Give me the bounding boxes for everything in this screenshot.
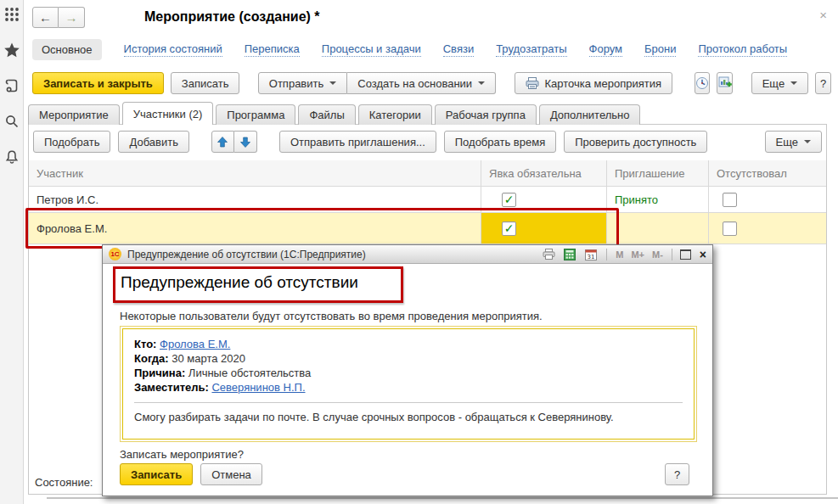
tab-working-group[interactable]: Рабочая группа xyxy=(435,104,537,125)
note-divider xyxy=(134,402,683,403)
memory-m-plus-button[interactable]: M+ xyxy=(630,249,645,260)
dialog-buttons: Записать Отмена xyxy=(120,463,262,485)
calendar-icon[interactable]: 31 xyxy=(583,248,599,261)
col-header-attendance[interactable]: Явка обязательна xyxy=(481,160,606,186)
deputy-link[interactable]: Северянинов Н.П. xyxy=(211,381,305,394)
tab-additional[interactable]: Дополнительно xyxy=(539,104,641,125)
send-invitations-button[interactable]: Отправить приглашения... xyxy=(279,131,436,153)
save-and-close-button[interactable]: Записать и закрыть xyxy=(32,72,164,94)
nav-item-work-protocol[interactable]: Протокол работы xyxy=(698,42,787,57)
dialog-heading: Предупреждение об отсутствии xyxy=(121,273,358,292)
participant-name: Фролова Е.М. xyxy=(29,213,481,244)
attendance-checkbox[interactable]: ✓ xyxy=(502,221,516,236)
tab-files[interactable]: Файлы xyxy=(298,104,355,125)
1c-app-icon: 1С xyxy=(109,248,121,260)
history-icon[interactable] xyxy=(3,77,20,94)
chevron-down-icon xyxy=(804,140,811,143)
calendar-day-number: 31 xyxy=(588,253,595,260)
pick-participants-button[interactable]: Подобрать xyxy=(33,131,110,153)
note-who-line: Кто: Фролова Е.М. xyxy=(134,337,683,351)
titlebar-separator xyxy=(606,249,607,260)
table-row[interactable]: Фролова Е.М. ✓ xyxy=(29,213,826,244)
memory-m-minus-button[interactable]: M- xyxy=(651,249,664,260)
tab-program[interactable]: Программа xyxy=(216,104,295,125)
main-toolbar: Записать и закрыть Записать Отправить Со… xyxy=(32,72,831,94)
move-down-button[interactable] xyxy=(234,131,257,153)
back-button[interactable]: ← xyxy=(32,7,59,28)
print-icon[interactable] xyxy=(541,248,556,261)
attendance-checkbox[interactable]: ✓ xyxy=(502,193,516,207)
form-tabs: Мероприятие Участники (2) Программа Файл… xyxy=(28,102,643,125)
titlebar-separator xyxy=(672,249,672,260)
add-participant-button[interactable]: Добавить xyxy=(118,131,188,153)
send-create-group: Отправить Создать на основании xyxy=(258,72,496,94)
calculator-icon[interactable] xyxy=(562,248,577,261)
reminder-clock-button[interactable] xyxy=(695,72,711,94)
absent-checkbox[interactable] xyxy=(723,221,737,236)
favorites-star-icon[interactable] xyxy=(3,42,20,59)
check-availability-button[interactable]: Проверить доступность xyxy=(564,131,707,153)
dialog-title: Предупреждение об отсутствии (1С:Предпри… xyxy=(127,249,535,260)
note-comment: Смогу разбирать задачи по почте. В случа… xyxy=(134,410,683,424)
who-link[interactable]: Фролова Е.М. xyxy=(160,338,230,350)
memory-m-button[interactable]: M xyxy=(615,249,624,260)
notifications-bell-icon[interactable] xyxy=(3,148,20,165)
page-title: Мероприятие (создание) * xyxy=(144,9,320,25)
pick-time-button[interactable]: Подобрать время xyxy=(444,131,556,153)
save-button[interactable]: Записать xyxy=(171,72,240,94)
col-header-invitation[interactable]: Приглашение xyxy=(606,160,708,186)
section-nav: Основное История состояний Переписка Про… xyxy=(32,38,787,60)
main-menu-grid-icon[interactable] xyxy=(3,6,20,23)
absence-note-box: Кто: Фролова Е.М. Когда: 30 марта 2020 П… xyxy=(120,326,697,442)
status-label: Состояние: xyxy=(35,476,93,489)
search-icon[interactable] xyxy=(3,113,20,130)
dialog-message: Некоторые пользователи будут отсутствова… xyxy=(120,310,543,322)
dialog-cancel-button[interactable]: Отмена xyxy=(200,463,262,485)
participants-toolbar: Подобрать Добавить Отправить приглашения… xyxy=(33,131,822,153)
tab-participants[interactable]: Участники (2) xyxy=(122,102,214,125)
nav-item-bookings[interactable]: Брони xyxy=(644,42,676,57)
help-button[interactable]: ? xyxy=(815,72,831,94)
tab-categories[interactable]: Категории xyxy=(358,104,432,125)
nav-item-labor-costs[interactable]: Трудозатраты xyxy=(496,42,566,57)
window-close-icon[interactable]: × xyxy=(819,8,827,22)
dialog-save-button[interactable]: Записать xyxy=(120,463,193,485)
participants-more-button[interactable]: Еще xyxy=(765,131,822,153)
move-up-button[interactable] xyxy=(211,131,234,153)
note-deputy-line: Заместитель: Северянинов Н.П. xyxy=(134,380,683,395)
more-button[interactable]: Еще xyxy=(751,72,808,94)
event-card-button[interactable]: Карточка мероприятия xyxy=(515,72,673,94)
nav-item-forum[interactable]: Форум xyxy=(589,42,623,57)
forward-button[interactable]: → xyxy=(59,7,85,28)
chevron-down-icon xyxy=(329,81,336,85)
chevron-down-icon xyxy=(790,81,797,85)
invitation-status xyxy=(606,213,708,244)
nav-item-state-history[interactable]: История состояний xyxy=(124,42,222,57)
dialog-question: Записать мероприятие? xyxy=(120,448,244,461)
maximize-icon[interactable] xyxy=(680,249,691,260)
window-bottom-divider xyxy=(47,497,838,499)
participant-name: Петров И.С. xyxy=(29,187,481,212)
nav-item-links[interactable]: Связи xyxy=(443,42,474,57)
col-header-absent[interactable]: Отсутствовал xyxy=(708,160,826,186)
history-nav-buttons: ← → xyxy=(32,7,85,28)
absent-checkbox[interactable] xyxy=(723,193,737,207)
nav-item-correspondence[interactable]: Переписка xyxy=(245,42,300,57)
chevron-down-icon xyxy=(478,81,485,85)
arrow-down-icon xyxy=(240,137,250,148)
move-row-group xyxy=(211,131,257,153)
create-based-on-button[interactable]: Создать на основании xyxy=(347,72,496,94)
col-header-participant[interactable]: Участник xyxy=(29,160,481,186)
nav-item-processes-tasks[interactable]: Процессы и задачи xyxy=(322,42,421,57)
dialog-help-button[interactable]: ? xyxy=(665,463,689,485)
printer-icon xyxy=(526,77,539,89)
dialog-titlebar[interactable]: 1С Предупреждение об отсутствии (1С:Пред… xyxy=(103,245,712,264)
dialog-close-icon[interactable]: × xyxy=(700,248,706,261)
table-row[interactable]: Петров И.С. ✓ Принято xyxy=(29,187,826,213)
send-button[interactable]: Отправить xyxy=(258,72,347,94)
add-report-button[interactable] xyxy=(717,72,733,94)
arrow-up-icon xyxy=(217,137,228,148)
note-when-line: Когда: 30 марта 2020 xyxy=(134,351,683,366)
nav-item-main[interactable]: Основное xyxy=(32,39,102,60)
tab-event[interactable]: Мероприятие xyxy=(28,104,120,125)
